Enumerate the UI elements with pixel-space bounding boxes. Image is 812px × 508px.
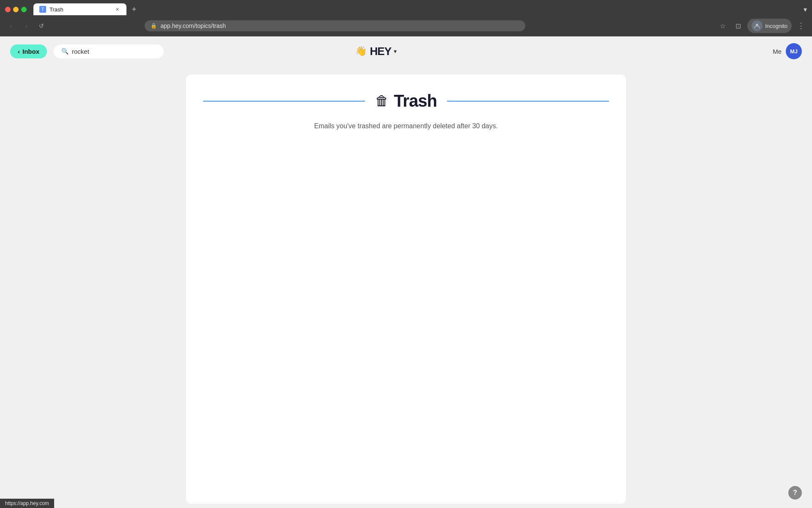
browser-menu-button[interactable]: ⋮: [795, 20, 807, 32]
trash-header: 🗑 Trash: [186, 91, 626, 110]
hey-logo-text: HEY: [370, 45, 391, 58]
right-divider-line: [447, 101, 609, 102]
search-bar[interactable]: 🔍 rocket: [54, 44, 164, 58]
minimize-window-button[interactable]: [13, 7, 19, 12]
new-tab-button[interactable]: +: [128, 3, 140, 15]
back-button[interactable]: ‹: [5, 20, 17, 32]
maximize-window-button[interactable]: [21, 7, 27, 12]
lock-icon: 🔒: [151, 23, 157, 29]
address-bar[interactable]: 🔒 app.hey.com/topics/trash: [145, 20, 525, 31]
tab-list-dropdown[interactable]: ▾: [804, 6, 807, 14]
app-header: ‹ Inbox 🔍 rocket 👋 HEY ▾ Me MJ: [0, 36, 812, 66]
close-window-button[interactable]: [5, 7, 11, 12]
incognito-button[interactable]: Incognito: [747, 19, 792, 33]
help-button[interactable]: ?: [788, 486, 802, 500]
avatar-initials: MJ: [790, 48, 798, 55]
inbox-label: Inbox: [22, 48, 39, 55]
forward-button[interactable]: ›: [20, 20, 32, 32]
inbox-chevron-icon: ‹: [18, 48, 20, 55]
tab-favicon: T: [39, 6, 46, 13]
hey-logo[interactable]: 👋 HEY ▾: [355, 45, 397, 58]
search-icon: 🔍: [61, 48, 69, 55]
left-divider-line: [203, 101, 365, 102]
status-url: https://app.hey.com: [5, 500, 49, 506]
trash-subtitle: Emails you've trashed are permanently de…: [314, 122, 498, 130]
bookmark-icon[interactable]: ☆: [717, 20, 729, 32]
split-screen-icon[interactable]: ⊡: [732, 20, 744, 32]
url-text: app.hey.com/topics/trash: [160, 22, 519, 29]
page-title: Trash: [394, 91, 437, 110]
content-card: 🗑 Trash Emails you've trashed are perman…: [186, 75, 626, 504]
refresh-button[interactable]: ↺: [36, 20, 47, 32]
active-tab[interactable]: T Trash ✕: [33, 3, 126, 15]
incognito-label: Incognito: [765, 23, 787, 29]
status-bar: https://app.hey.com: [0, 499, 54, 508]
window-controls: [5, 7, 27, 12]
inbox-back-button[interactable]: ‹ Inbox: [10, 44, 47, 58]
header-right: Me MJ: [773, 43, 802, 59]
main-content: 🗑 Trash Emails you've trashed are perman…: [0, 66, 812, 508]
hey-dropdown-icon[interactable]: ▾: [394, 48, 397, 55]
trash-title-group: 🗑 Trash: [365, 91, 447, 110]
hey-hand-icon: 👋: [355, 46, 367, 57]
tab-title: Trash: [49, 6, 110, 13]
search-input[interactable]: rocket: [72, 48, 89, 55]
tab-close-button[interactable]: ✕: [114, 6, 121, 13]
me-label: Me: [773, 48, 782, 55]
trash-icon: 🗑: [375, 93, 389, 109]
user-avatar[interactable]: MJ: [786, 43, 802, 59]
incognito-avatar-icon: [752, 20, 763, 31]
